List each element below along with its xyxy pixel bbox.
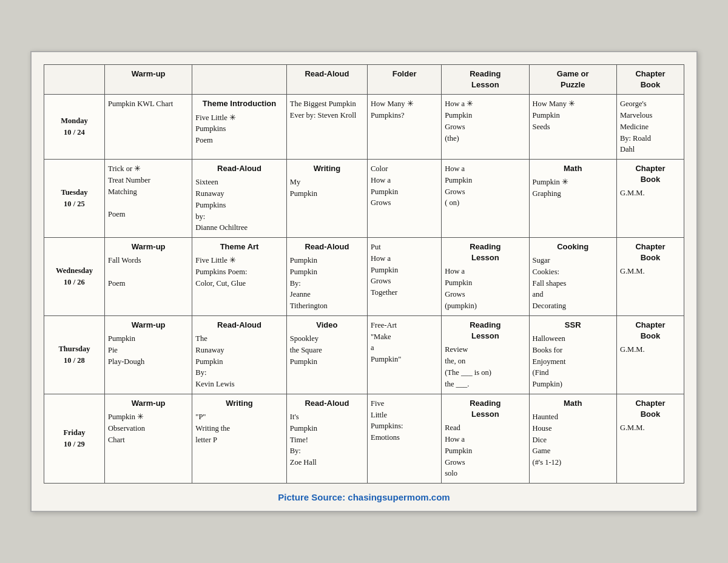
reading-friday: ReadingLesson ReadHow aPumpkinGrowssolo [442,394,529,483]
col-header-warmup: Warm-up [104,64,192,94]
folder-thursday: Free-Art"MakeaPumpkin" [368,315,442,394]
day-thursday: Thursday 10 / 28 [44,315,105,394]
day-tuesday: Tuesday 10 / 25 [44,160,105,238]
game-tuesday: Math Pumpkin ✳Graphing [529,160,616,238]
activity-friday: Writing "P"Writing theletter P [192,394,286,483]
readaloud-friday: Read-Aloud It'sPumpkinTime!By:Zoe Hall [286,394,367,483]
page-container: Warm-up Read-Aloud Folder ReadingLesson … [30,51,698,512]
reading-monday: How a ✳PumpkinGrows(the) [442,95,529,160]
warmup-wednesday: Warm-up Fall WordsPoem [104,238,192,316]
table-row: Wednesday 10 / 26 Warm-up Fall WordsPoem… [44,238,684,316]
folder-monday: How Many ✳Pumpkins? [368,95,442,160]
table-row: Tuesday 10 / 25 Trick or ✳Treat NumberMa… [44,160,684,238]
table-row: Thursday 10 / 28 Warm-up PumpkinPiePlay-… [44,315,684,394]
game-friday: Math HauntedHouseDiceGame(#'s 1-12) [529,394,616,483]
chapter-thursday: ChapterBook G.M.M. [616,315,684,394]
chapter-wednesday: ChapterBook G.M.M. [616,238,684,316]
folder-tuesday: ColorHow aPumpkinGrows [368,160,442,238]
chapter-monday: George'sMarvelousMedicineBy: RoaldDahl [616,95,684,160]
reading-thursday: ReadingLesson Reviewthe, on(The ___ is o… [442,315,529,394]
readaloud-monday: The Biggest Pumpkin Ever by: Steven Krol… [286,95,367,160]
warmup-friday: Warm-up Pumpkin ✳ObservationChart [104,394,192,483]
day-monday: Monday 10 / 24 [44,95,105,160]
readaloud-wednesday: Read-Aloud PumpkinPumpkinBy:JeanneTither… [286,238,367,316]
col-header-read-aloud: Read-Aloud [286,64,367,94]
game-wednesday: Cooking SugarCookies:Fall shapesandDecor… [529,238,616,316]
warmup-monday: Pumpkin KWL Chart [104,95,192,160]
reading-tuesday: How aPumpkinGrows( on) [442,160,529,238]
col-header-reading: ReadingLesson [442,64,529,94]
writing-tuesday: Writing MyPumpkin [286,160,367,238]
table-row: Friday 10 / 29 Warm-up Pumpkin ✳Observat… [44,394,684,483]
col-header-folder: Folder [368,64,442,94]
activity-wednesday: Theme Art Five Little ✳Pumpkins Poem:Col… [192,238,286,316]
lesson-plan-table: Warm-up Read-Aloud Folder ReadingLesson … [44,64,684,484]
chapter-friday: ChapterBook G.M.M. [616,394,684,483]
col-header-day [44,64,105,94]
chapter-tuesday: ChapterBook G.M.M. [616,160,684,238]
warmup-tuesday: Trick or ✳Treat NumberMatchingPoem [104,160,192,238]
table-row: Monday 10 / 24 Pumpkin KWL Chart Theme I… [44,95,684,160]
activity-thursday: Read-Aloud TheRunawayPumpkinBy:Kevin Lew… [192,315,286,394]
activity-monday: Theme Introduction Five Little ✳Pumpkins… [192,95,286,160]
game-monday: How Many ✳PumpkinSeeds [529,95,616,160]
col-header-chapter: ChapterBook [616,64,684,94]
warmup-thursday: Warm-up PumpkinPiePlay-Dough [104,315,192,394]
col-header-activity [192,64,286,94]
game-thursday: SSR HalloweenBooks forEnjoyment(FindPump… [529,315,616,394]
day-friday: Friday 10 / 29 [44,394,105,483]
col-header-game: Game orPuzzle [529,64,616,94]
activity-tuesday: Read-Aloud SixteenRunawayPumpkinsby:Dian… [192,160,286,238]
reading-wednesday: ReadingLesson How aPumpkinGrows(pumpkin) [442,238,529,316]
video-thursday: Video Spookleythe SquarePumpkin [286,315,367,394]
day-wednesday: Wednesday 10 / 26 [44,238,105,316]
folder-wednesday: PutHow aPumpkinGrowsTogether [368,238,442,316]
folder-friday: FiveLittlePumpkins:Emotions [368,394,442,483]
source-line: Picture Source: chasingsupermom.com [44,490,684,505]
